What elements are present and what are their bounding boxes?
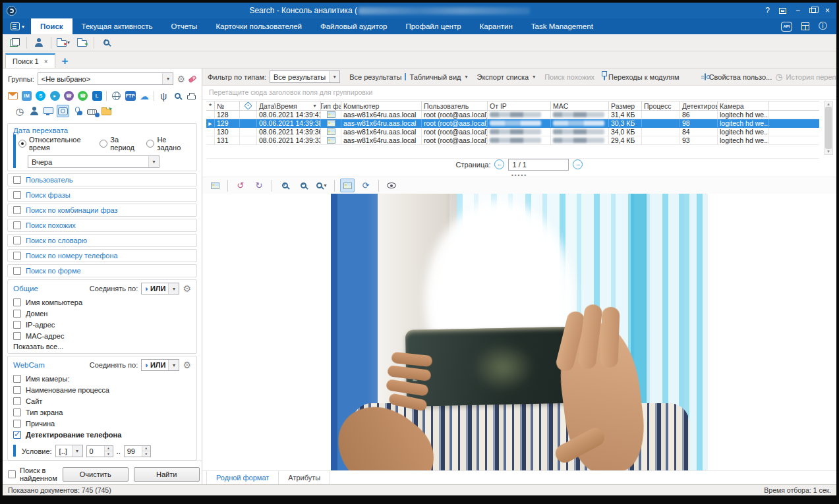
keylogger-icon[interactable]	[86, 105, 98, 117]
menu-tab[interactable]: Карточки пользователей	[206, 18, 311, 34]
save-image-button[interactable]	[208, 179, 222, 192]
close-button[interactable]: ×	[825, 7, 830, 14]
checkbox-item[interactable]: Наименование процесса	[13, 384, 191, 395]
user-search-button[interactable]	[31, 36, 47, 50]
menu-tab[interactable]: Отчеты	[162, 18, 207, 34]
find-button[interactable]: Найти	[134, 467, 200, 482]
condition-to-stepper[interactable]: 99 ▲▼	[124, 445, 151, 457]
time-activity-icon[interactable]: ◷	[13, 105, 26, 117]
groups-combo[interactable]: <Не выбрано> ▾	[38, 72, 174, 85]
preview-button[interactable]	[384, 179, 399, 192]
info-icon[interactable]: ⓘ	[819, 20, 827, 32]
skype-icon[interactable]: S	[35, 90, 47, 102]
fit-to-window-button[interactable]	[340, 179, 355, 192]
menu-tab[interactable]: Task Management	[522, 18, 602, 34]
user-activity-icon[interactable]	[28, 105, 40, 117]
common-join-combo[interactable]: ◑ ИЛИ ▾	[141, 283, 179, 294]
api-icon[interactable]: API	[781, 22, 792, 32]
item-checkbox[interactable]	[13, 298, 21, 306]
usb-icon[interactable]: ψ	[158, 90, 169, 102]
filter-box[interactable]: Пользователь	[7, 173, 197, 186]
close-tab-icon[interactable]: ×	[44, 58, 48, 65]
next-page-button[interactable]: →	[573, 159, 583, 169]
item-checkbox[interactable]	[13, 431, 21, 439]
all-results-button[interactable]: Все результаты	[349, 73, 401, 81]
windows-layout-button[interactable]	[7, 36, 22, 50]
checkbox-item[interactable]: MAC-адрес	[13, 330, 191, 341]
filter-checkbox[interactable]	[13, 252, 21, 260]
filter-box[interactable]: Поиск фразы	[7, 188, 197, 202]
id-search-button[interactable]: ⅈ	[98, 36, 114, 50]
user-properties-button[interactable]: Свойства пользо...	[709, 73, 772, 81]
splitter-handle[interactable]: •••••	[202, 173, 836, 177]
table-row[interactable]: ▸12908.06.2021 14:39:38aas-w81x64ru.aas.…	[206, 119, 819, 128]
help-button[interactable]: ?	[765, 7, 770, 14]
filter-checkbox[interactable]	[13, 267, 21, 275]
show-all-link[interactable]: Показать все...	[13, 343, 191, 350]
checkbox-item[interactable]: Сайт	[13, 395, 191, 406]
monitor-icon[interactable]	[42, 105, 55, 117]
viewer-tab[interactable]: Атрибуты	[279, 471, 330, 484]
device-search-icon[interactable]	[171, 90, 183, 102]
menu-tab[interactable]: Профайл центр	[396, 18, 470, 34]
filter-checkbox[interactable]	[13, 176, 21, 184]
date-radio[interactable]	[146, 140, 154, 148]
filter-checkbox[interactable]	[13, 237, 21, 244]
column-header[interactable]: Размер	[609, 101, 642, 110]
column-header[interactable]: MAC	[551, 101, 609, 110]
column-header[interactable]: Дата\Время▼	[257, 101, 321, 110]
item-checkbox[interactable]	[13, 310, 21, 318]
modules-cube-icon[interactable]	[801, 22, 809, 30]
filter-box[interactable]: Поиск по словарю	[7, 234, 197, 247]
filter-box[interactable]: Поиск по форме	[7, 264, 197, 277]
zoom-out-button[interactable]: −	[296, 179, 310, 192]
column-header[interactable]: №	[215, 101, 240, 110]
column-header[interactable]: Камера	[718, 101, 769, 110]
item-checkbox[interactable]	[13, 386, 21, 394]
filter-box[interactable]: Поиск по номеру телефона	[7, 249, 197, 262]
im-icon[interactable]: IM	[20, 90, 32, 102]
ftp-icon[interactable]: FTP	[124, 90, 136, 102]
table-row[interactable]: 13108.06.2021 14:39:33aas-w81x64ru.aas.l…	[206, 136, 819, 145]
checkbox-item[interactable]: Детектирование телефона	[13, 429, 191, 440]
condition-operator-combo[interactable]: [..] ▾	[55, 445, 83, 457]
add-tab-button[interactable]: +	[59, 55, 71, 68]
item-checkbox[interactable]	[13, 408, 21, 416]
telegram-icon[interactable]: ▸	[49, 90, 61, 102]
checkbox-item[interactable]: Имя камеры:	[13, 373, 191, 384]
export-query-button[interactable]: ▸ ▾	[55, 36, 71, 50]
printer-icon[interactable]	[186, 90, 198, 102]
scroll-down-icon[interactable]: ▼	[826, 150, 830, 154]
common-settings-icon[interactable]: ⚙	[183, 284, 191, 293]
table-row[interactable]: 12808.06.2021 14:39:41aas-w81x64ru.aas.l…	[206, 111, 819, 119]
search-tab[interactable]: Поиск 1 ×	[5, 53, 55, 68]
filter-box[interactable]: Поиск похожих	[7, 219, 197, 232]
cloud-icon[interactable]: ☁	[138, 90, 150, 102]
page-input[interactable]: 1 / 1	[508, 159, 569, 171]
item-checkbox[interactable]	[13, 375, 21, 383]
groups-settings-icon[interactable]: ⚙	[177, 74, 185, 84]
auto-refresh-button[interactable]: ⟳	[359, 179, 373, 192]
column-header[interactable]: От IP	[488, 101, 551, 110]
clear-groups-icon[interactable]	[188, 74, 196, 82]
relative-time-combo[interactable]: Вчера ▾	[28, 155, 159, 168]
date-radio[interactable]	[100, 140, 107, 148]
item-checkbox[interactable]	[13, 332, 21, 340]
column-header[interactable]: Детектирова	[680, 101, 718, 110]
webcam-icon[interactable]	[57, 105, 69, 117]
menu-tab[interactable]: Текущая активность	[72, 18, 162, 34]
type-filter-combo[interactable]: Все результаты ▾	[270, 70, 340, 83]
scrollbar-thumb[interactable]	[825, 107, 832, 149]
export-list-button[interactable]: Экспорт списка	[477, 73, 529, 81]
app-menu-button[interactable]: ▾	[3, 18, 31, 34]
column-header[interactable]: Процесс	[642, 101, 680, 110]
webcam-join-combo[interactable]: ◑ ИЛИ ▾	[141, 359, 179, 371]
table-scrollbar[interactable]: ▲ ▼	[824, 101, 833, 155]
lync-icon[interactable]: L	[91, 90, 103, 102]
item-checkbox[interactable]	[13, 397, 21, 405]
clear-button[interactable]: Очистить	[63, 467, 129, 482]
zoom-in-button[interactable]: +	[277, 179, 292, 192]
menu-tab[interactable]: Поиск	[31, 18, 72, 34]
filter-checkbox[interactable]	[13, 206, 21, 214]
checkbox-item[interactable]: Причина	[13, 418, 191, 429]
